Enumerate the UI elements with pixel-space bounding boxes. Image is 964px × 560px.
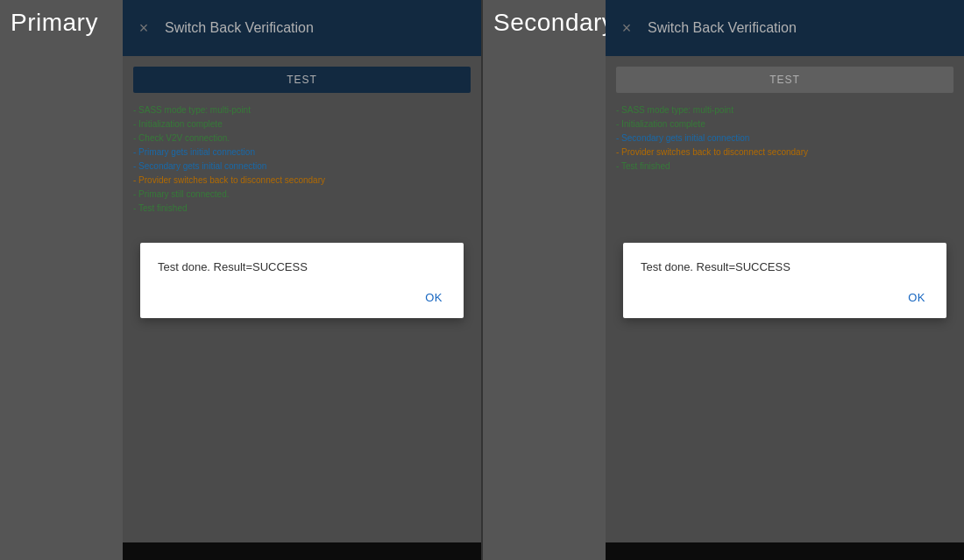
primary-label: Primary	[11, 9, 98, 37]
primary-screen: × Switch Back Verification TEST - SASS m…	[123, 0, 481, 560]
primary-dialog-ok-button[interactable]: OK	[418, 287, 450, 308]
secondary-dialog-message: Test done. Result=SUCCESS	[641, 260, 932, 273]
primary-dialog: Test done. Result=SUCCESS OK	[140, 243, 464, 318]
secondary-dialog-ok-button[interactable]: OK	[901, 287, 932, 308]
secondary-label-area: Secondary	[483, 0, 606, 560]
secondary-screen: × Switch Back Verification TEST - SASS m…	[606, 0, 964, 560]
primary-label-area: Primary	[0, 0, 123, 560]
primary-dialog-actions: OK	[158, 287, 450, 308]
secondary-panel: Secondary × Switch Back Verification TES…	[483, 0, 964, 560]
secondary-label: Secondary	[493, 9, 614, 37]
secondary-dialog-actions: OK	[641, 287, 932, 308]
primary-panel: Primary × Switch Back Verification TEST …	[0, 0, 481, 560]
primary-dialog-message: Test done. Result=SUCCESS	[158, 260, 450, 273]
primary-dialog-overlay: Test done. Result=SUCCESS OK	[123, 0, 481, 560]
secondary-dialog: Test done. Result=SUCCESS OK	[623, 243, 946, 318]
secondary-dialog-overlay: Test done. Result=SUCCESS OK	[606, 0, 964, 560]
